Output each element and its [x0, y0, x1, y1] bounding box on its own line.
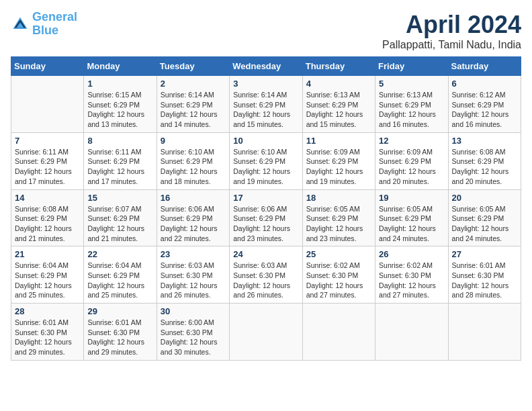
day-info: Sunrise: 6:05 AM Sunset: 6:29 PM Dayligh… [306, 204, 371, 244]
logo-text: General Blue [32, 11, 77, 38]
calendar-cell: 9Sunrise: 6:10 AM Sunset: 6:29 PM Daylig… [157, 132, 229, 189]
title-block: April 2024 Pallappatti, Tamil Nadu, Indi… [382, 11, 521, 51]
calendar-cell [11, 76, 84, 133]
day-number: 17 [233, 193, 298, 203]
day-number: 15 [87, 193, 152, 203]
calendar-cell: 24Sunrise: 6:03 AM Sunset: 6:30 PM Dayli… [230, 246, 302, 304]
page-header: General Blue April 2024 Pallappatti, Tam… [11, 11, 521, 51]
weekday-header: Thursday [302, 57, 375, 76]
day-number: 7 [15, 136, 80, 146]
day-info: Sunrise: 6:05 AM Sunset: 6:29 PM Dayligh… [379, 204, 444, 244]
day-info: Sunrise: 6:02 AM Sunset: 6:30 PM Dayligh… [379, 261, 444, 300]
calendar-cell: 19Sunrise: 6:05 AM Sunset: 6:29 PM Dayli… [375, 189, 448, 246]
day-info: Sunrise: 6:07 AM Sunset: 6:29 PM Dayligh… [87, 204, 152, 244]
calendar-cell: 12Sunrise: 6:09 AM Sunset: 6:29 PM Dayli… [375, 132, 448, 189]
calendar-cell: 5Sunrise: 6:13 AM Sunset: 6:29 PM Daylig… [375, 76, 448, 133]
day-info: Sunrise: 6:04 AM Sunset: 6:29 PM Dayligh… [15, 261, 80, 300]
day-number: 12 [379, 136, 444, 146]
day-info: Sunrise: 6:09 AM Sunset: 6:29 PM Dayligh… [379, 147, 444, 187]
day-info: Sunrise: 6:15 AM Sunset: 6:29 PM Dayligh… [87, 90, 152, 130]
calendar-cell: 11Sunrise: 6:09 AM Sunset: 6:29 PM Dayli… [302, 132, 375, 189]
day-info: Sunrise: 6:04 AM Sunset: 6:29 PM Dayligh… [87, 261, 152, 300]
day-number: 27 [452, 249, 517, 259]
day-number: 23 [161, 249, 226, 259]
calendar-cell: 29Sunrise: 6:01 AM Sunset: 6:30 PM Dayli… [84, 304, 157, 361]
logo-icon [11, 15, 30, 34]
calendar-cell: 8Sunrise: 6:11 AM Sunset: 6:29 PM Daylig… [84, 132, 157, 189]
logo: General Blue [11, 11, 77, 38]
day-number: 11 [306, 136, 371, 146]
location: Pallappatti, Tamil Nadu, India [382, 39, 521, 51]
calendar-cell: 6Sunrise: 6:12 AM Sunset: 6:29 PM Daylig… [448, 76, 521, 133]
day-number: 1 [87, 79, 152, 89]
calendar-cell: 23Sunrise: 6:03 AM Sunset: 6:30 PM Dayli… [157, 246, 229, 304]
day-info: Sunrise: 6:11 AM Sunset: 6:29 PM Dayligh… [87, 147, 152, 187]
day-number: 2 [161, 79, 226, 89]
day-info: Sunrise: 6:01 AM Sunset: 6:30 PM Dayligh… [15, 318, 80, 357]
weekday-header: Monday [84, 57, 157, 76]
day-number: 9 [161, 136, 226, 146]
calendar-cell: 18Sunrise: 6:05 AM Sunset: 6:29 PM Dayli… [302, 189, 375, 246]
calendar-table: SundayMondayTuesdayWednesdayThursdayFrid… [11, 56, 521, 361]
day-number: 30 [161, 306, 226, 316]
day-info: Sunrise: 6:11 AM Sunset: 6:29 PM Dayligh… [15, 147, 80, 187]
calendar-cell: 15Sunrise: 6:07 AM Sunset: 6:29 PM Dayli… [84, 189, 157, 246]
day-number: 13 [452, 136, 517, 146]
day-number: 26 [379, 249, 444, 259]
calendar-cell: 26Sunrise: 6:02 AM Sunset: 6:30 PM Dayli… [375, 246, 448, 304]
calendar-cell: 27Sunrise: 6:01 AM Sunset: 6:30 PM Dayli… [448, 246, 521, 304]
calendar-cell: 21Sunrise: 6:04 AM Sunset: 6:29 PM Dayli… [11, 246, 84, 304]
calendar-cell: 3Sunrise: 6:14 AM Sunset: 6:29 PM Daylig… [230, 76, 302, 133]
day-info: Sunrise: 6:00 AM Sunset: 6:30 PM Dayligh… [161, 318, 226, 357]
day-info: Sunrise: 6:06 AM Sunset: 6:29 PM Dayligh… [233, 204, 298, 244]
day-info: Sunrise: 6:03 AM Sunset: 6:30 PM Dayligh… [161, 261, 226, 300]
calendar-cell: 17Sunrise: 6:06 AM Sunset: 6:29 PM Dayli… [230, 189, 302, 246]
day-info: Sunrise: 6:10 AM Sunset: 6:29 PM Dayligh… [161, 147, 226, 187]
calendar-cell [375, 304, 448, 361]
weekday-header: Tuesday [157, 57, 229, 76]
weekday-header: Saturday [448, 57, 521, 76]
day-number: 18 [306, 193, 371, 203]
day-number: 8 [87, 136, 152, 146]
calendar-cell: 25Sunrise: 6:02 AM Sunset: 6:30 PM Dayli… [302, 246, 375, 304]
calendar-cell: 14Sunrise: 6:08 AM Sunset: 6:29 PM Dayli… [11, 189, 84, 246]
day-info: Sunrise: 6:14 AM Sunset: 6:29 PM Dayligh… [161, 90, 226, 130]
day-number: 28 [15, 306, 80, 316]
day-info: Sunrise: 6:10 AM Sunset: 6:29 PM Dayligh… [233, 147, 298, 187]
calendar-cell: 30Sunrise: 6:00 AM Sunset: 6:30 PM Dayli… [157, 304, 229, 361]
day-info: Sunrise: 6:08 AM Sunset: 6:29 PM Dayligh… [452, 147, 517, 187]
calendar-cell: 13Sunrise: 6:08 AM Sunset: 6:29 PM Dayli… [448, 132, 521, 189]
day-number: 5 [379, 79, 444, 89]
day-info: Sunrise: 6:13 AM Sunset: 6:29 PM Dayligh… [306, 90, 371, 130]
day-info: Sunrise: 6:03 AM Sunset: 6:30 PM Dayligh… [233, 261, 298, 300]
month-year: April 2024 [382, 11, 521, 39]
calendar-cell: 4Sunrise: 6:13 AM Sunset: 6:29 PM Daylig… [302, 76, 375, 133]
day-info: Sunrise: 6:01 AM Sunset: 6:30 PM Dayligh… [452, 261, 517, 300]
day-number: 29 [87, 306, 152, 316]
day-number: 3 [233, 79, 298, 89]
day-number: 25 [306, 249, 371, 259]
day-number: 10 [233, 136, 298, 146]
calendar-cell: 28Sunrise: 6:01 AM Sunset: 6:30 PM Dayli… [11, 304, 84, 361]
calendar-cell: 20Sunrise: 6:05 AM Sunset: 6:29 PM Dayli… [448, 189, 521, 246]
day-info: Sunrise: 6:06 AM Sunset: 6:29 PM Dayligh… [161, 204, 226, 244]
day-number: 6 [452, 79, 517, 89]
day-info: Sunrise: 6:14 AM Sunset: 6:29 PM Dayligh… [233, 90, 298, 130]
calendar-cell [302, 304, 375, 361]
weekday-header: Friday [375, 57, 448, 76]
calendar-cell [230, 304, 302, 361]
calendar-cell: 16Sunrise: 6:06 AM Sunset: 6:29 PM Dayli… [157, 189, 229, 246]
weekday-header: Wednesday [230, 57, 302, 76]
day-info: Sunrise: 6:05 AM Sunset: 6:29 PM Dayligh… [452, 204, 517, 244]
day-info: Sunrise: 6:01 AM Sunset: 6:30 PM Dayligh… [87, 318, 152, 357]
calendar-cell: 7Sunrise: 6:11 AM Sunset: 6:29 PM Daylig… [11, 132, 84, 189]
calendar-cell [448, 304, 521, 361]
day-info: Sunrise: 6:12 AM Sunset: 6:29 PM Dayligh… [452, 90, 517, 130]
day-number: 24 [233, 249, 298, 259]
day-info: Sunrise: 6:02 AM Sunset: 6:30 PM Dayligh… [306, 261, 371, 300]
day-number: 22 [87, 249, 152, 259]
calendar-cell: 22Sunrise: 6:04 AM Sunset: 6:29 PM Dayli… [84, 246, 157, 304]
day-info: Sunrise: 6:08 AM Sunset: 6:29 PM Dayligh… [15, 204, 80, 244]
calendar-cell: 1Sunrise: 6:15 AM Sunset: 6:29 PM Daylig… [84, 76, 157, 133]
day-number: 20 [452, 193, 517, 203]
